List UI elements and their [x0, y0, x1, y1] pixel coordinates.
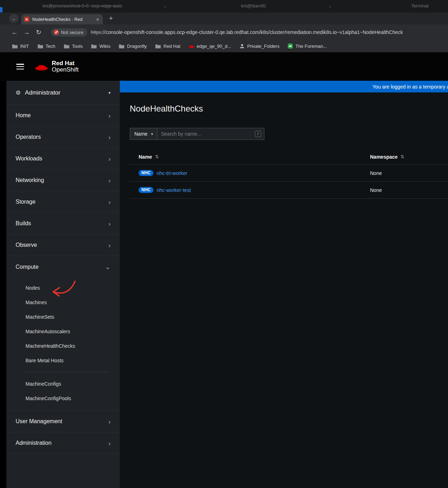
url-rest: ://console-openshift-console.apps.ocp-ed… — [101, 29, 403, 35]
nhc-resource-badge: NHC — [139, 187, 153, 193]
new-tab-button[interactable]: + — [106, 14, 116, 23]
search-shortcut-key: / — [255, 131, 261, 137]
chevron-down-icon: ⌄ — [105, 263, 111, 270]
bookmarks-bar: INIT Tech Tools Wikis Dragonfly Red Hat … — [0, 40, 448, 52]
login-banner: You are logged in as a temporary ad — [120, 81, 448, 92]
sidebar-item-administration[interactable]: Administration › — [6, 432, 120, 454]
terminal-title-left: kni@provisionhost-0-0: /ocp-edge-auto — [43, 3, 122, 8]
chevron-right-icon: › — [108, 177, 111, 184]
app-masthead: Red Hat OpenShift — [0, 52, 448, 81]
table-row: NHC nhc-trt-worker None — [129, 165, 448, 182]
namespace-cell: None — [370, 187, 382, 193]
namespace-cell: None — [370, 170, 382, 176]
sidebar-item-machinehealthchecks[interactable]: MachineHealthChecks — [6, 339, 120, 353]
bookmark-tech[interactable]: Tech — [38, 44, 55, 49]
sort-icon: ⇅ — [155, 154, 159, 159]
browser-toolbar: ← → ↻ Not secure https://console-openshi… — [0, 24, 448, 40]
column-header-name[interactable]: Name ⇅ — [129, 154, 370, 160]
table-header-row: Name ⇅ Namespace ⇅ — [129, 149, 448, 165]
folder-icon — [64, 44, 69, 49]
bookmark-redhat[interactable]: Red Hat — [155, 44, 180, 49]
redhat-icon — [189, 44, 194, 48]
chevron-down-icon: ⌄ — [12, 16, 16, 21]
person-icon — [240, 44, 245, 49]
bookmark-wikis[interactable]: Wikis — [91, 44, 110, 49]
terminal-titlebar: kni@provisionhost-0-0: /ocp-edge-auto ⌄ … — [0, 0, 448, 12]
resource-link[interactable]: nhc-worker-test — [157, 187, 191, 193]
hamburger-menu-icon[interactable] — [16, 64, 24, 69]
bookmark-edge-qe[interactable]: edge_qe_90_d... — [189, 44, 231, 49]
sidebar-item-machines[interactable]: Machines — [6, 295, 120, 310]
brand-redhat: Red Hat — [52, 60, 79, 67]
sidebar-item-compute[interactable]: Compute ⌄ — [6, 256, 120, 278]
sidebar-item-user-management[interactable]: User Management › — [6, 411, 120, 432]
caret-down-icon: ▾ — [151, 132, 153, 136]
login-banner-text: You are logged in as a temporary ad — [373, 84, 448, 90]
sidebar-item-workloads[interactable]: Workloads › — [6, 148, 120, 170]
not-secure-label: Not secure — [61, 30, 83, 35]
reload-icon[interactable]: ↻ — [33, 28, 45, 36]
resource-link[interactable]: nhc-trt-worker — [157, 170, 187, 176]
bookmark-init[interactable]: INIT — [12, 44, 29, 49]
chevron-right-icon: › — [108, 440, 111, 447]
sidebar-item-baremetalhosts[interactable]: Bare Metal Hosts — [6, 353, 120, 368]
chevron-right-icon: › — [108, 418, 111, 425]
search-box: / — [157, 128, 264, 140]
nhc-resource-badge: NHC — [139, 170, 153, 176]
perspective-switcher[interactable]: ⚙ Administrator ▾ — [6, 81, 120, 105]
bookmark-tools[interactable]: Tools — [64, 44, 83, 49]
browser-tab-strip: ⌄ R NodeHealthChecks · Red × + — [0, 12, 448, 24]
sidebar-item-observe[interactable]: Observe › — [6, 234, 120, 256]
bookmark-foreman[interactable]: The Foreman... — [288, 44, 327, 49]
compute-subnav: Nodes Machines MachineSets MachineAutosc… — [6, 278, 120, 411]
chevron-down-icon: ⌄ — [328, 3, 332, 8]
caret-down-icon: ▾ — [108, 90, 111, 95]
sidebar-item-machineconfigs[interactable]: MachineConfigs — [6, 376, 120, 391]
sidebar-item-operators[interactable]: Operators › — [6, 126, 120, 148]
main-content: You are logged in as a temporary ad Node… — [120, 81, 448, 488]
sidebar-item-machineautoscalers[interactable]: MachineAutoscalers — [6, 324, 120, 339]
tab-search-button[interactable]: ⌄ — [9, 14, 18, 23]
url-bar[interactable]: Not secure https://console-openshift-con… — [51, 28, 448, 36]
bookmark-dragonfly[interactable]: Dragonfly — [119, 44, 147, 49]
sort-icon: ⇅ — [401, 154, 404, 159]
close-icon[interactable]: × — [95, 17, 100, 22]
foreman-icon — [288, 44, 293, 49]
folder-icon — [155, 44, 161, 49]
search-input[interactable] — [161, 131, 255, 137]
not-secure-chip[interactable]: Not secure — [51, 28, 87, 36]
sidebar-item-builds[interactable]: Builds › — [6, 213, 120, 234]
chevron-right-icon: › — [108, 220, 111, 227]
chevron-right-icon: › — [108, 112, 111, 119]
terminal-title-mid: kni@titan45: — [241, 3, 267, 8]
sidebar-item-machineconfigpools[interactable]: MachineConfigPools — [6, 391, 120, 405]
gear-icon: ⚙ — [16, 89, 21, 96]
back-icon[interactable]: ← — [9, 29, 21, 36]
url-text: https://console-openshift-console.apps.o… — [91, 29, 403, 35]
bookmark-private-folders[interactable]: Private_Folders — [240, 44, 279, 49]
left-gutter — [0, 81, 6, 488]
filter-type-dropdown[interactable]: Name ▾ — [130, 128, 157, 140]
sidebar-nav: ⚙ Administrator ▾ Home › Operators › Wor… — [6, 81, 120, 488]
chevron-right-icon: › — [108, 134, 111, 141]
tab-favicon: R — [24, 17, 29, 22]
forward-icon[interactable]: → — [21, 29, 33, 36]
table-row: NHC nhc-worker-test None — [129, 182, 448, 199]
sidebar-item-networking[interactable]: Networking › — [6, 170, 120, 191]
sidebar-item-home[interactable]: Home › — [6, 105, 120, 126]
page-title: NodeHealthChecks — [130, 104, 448, 114]
sidebar-item-machinesets[interactable]: MachineSets — [6, 310, 120, 324]
chevron-right-icon: › — [108, 199, 111, 205]
brand-logo: Red Hat OpenShift — [35, 60, 79, 73]
browser-tab[interactable]: R NodeHealthChecks · Red × — [21, 14, 103, 24]
chevron-right-icon: › — [108, 242, 111, 249]
not-secure-icon — [54, 30, 59, 35]
sidebar-item-nodes[interactable]: Nodes — [6, 280, 120, 295]
folder-icon — [91, 44, 97, 49]
chevron-down-icon: ⌄ — [163, 3, 167, 8]
filter-toolbar: Name ▾ / — [130, 128, 448, 140]
column-header-namespace[interactable]: Namespace ⇅ — [370, 154, 404, 160]
sidebar-item-storage[interactable]: Storage › — [6, 191, 120, 213]
brand-openshift: OpenShift — [52, 67, 79, 73]
chevron-right-icon: › — [108, 155, 111, 162]
